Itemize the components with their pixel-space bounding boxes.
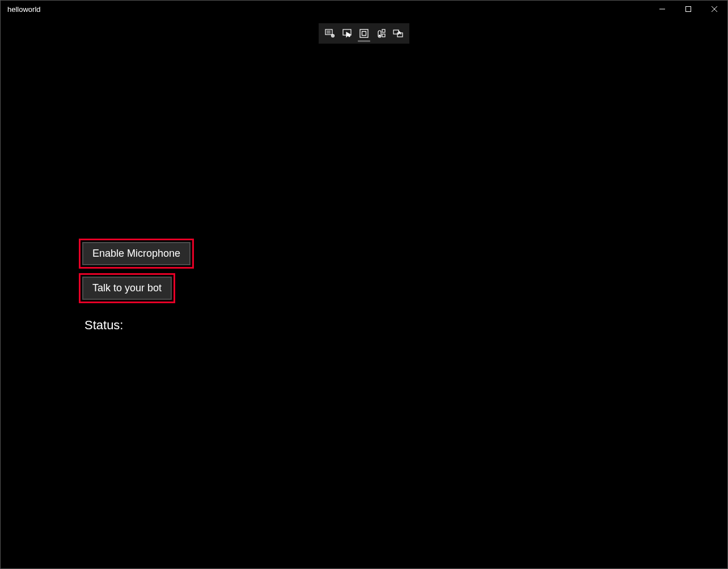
svg-rect-16 [382,34,385,37]
window-controls [649,1,727,18]
highlight-enable-mic: Enable Microphone [79,239,194,269]
talk-to-bot-button[interactable]: Talk to your bot [82,277,172,300]
enable-selection-icon[interactable] [339,26,355,41]
titlebar: helloworld [1,1,727,18]
svg-rect-17 [393,30,399,34]
display-layout-adorners-icon[interactable] [356,26,372,41]
svg-rect-11 [360,29,368,37]
track-focused-icon[interactable] [373,26,389,41]
status-label: Status: [84,318,194,333]
maximize-button[interactable] [675,1,701,18]
enable-microphone-button[interactable]: Enable Microphone [82,242,191,265]
svg-rect-12 [362,32,366,36]
go-to-live-visual-tree-icon[interactable] [390,26,406,41]
main-content: Enable Microphone Talk to your bot Statu… [79,239,194,333]
live-visual-tree-icon[interactable] [322,26,338,41]
highlight-talk-bot: Talk to your bot [79,273,175,303]
toolbar-drag-handle[interactable] [358,40,370,42]
close-button[interactable] [701,1,727,18]
xaml-debug-toolbar[interactable] [319,23,409,44]
minimize-button[interactable] [649,1,675,18]
svg-rect-15 [382,29,385,32]
window-title: helloworld [7,5,41,14]
svg-rect-4 [325,29,332,35]
svg-rect-1 [686,7,691,12]
svg-point-14 [379,35,380,36]
